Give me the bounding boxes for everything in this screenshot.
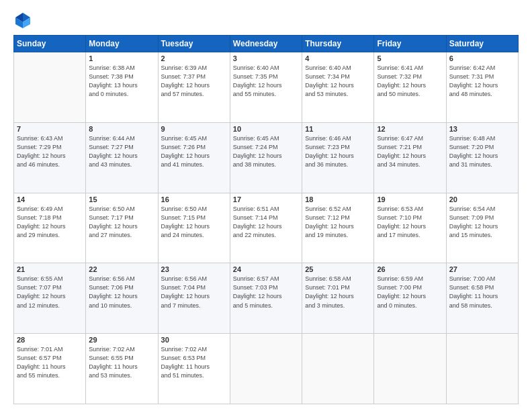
day-info: Sunrise: 6:47 AM Sunset: 7:21 PM Dayligh… [377,134,443,169]
day-info: Sunrise: 6:45 AM Sunset: 7:26 PM Dayligh… [161,134,227,169]
day-number: 15 [89,195,154,203]
day-number: 10 [233,125,299,133]
day-number: 3 [233,54,299,62]
weekday-header: Sunday [14,36,86,52]
day-number: 21 [17,265,83,273]
day-info: Sunrise: 6:43 AM Sunset: 7:29 PM Dayligh… [17,134,83,169]
day-info: Sunrise: 7:01 AM Sunset: 6:57 PM Dayligh… [17,345,83,380]
day-number: 27 [449,265,515,273]
calendar-cell: 14Sunrise: 6:49 AM Sunset: 7:18 PM Dayli… [14,193,86,263]
day-number: 9 [161,125,227,133]
header [13,11,519,30]
day-info: Sunrise: 6:40 AM Sunset: 7:35 PM Dayligh… [233,64,299,99]
calendar-cell: 15Sunrise: 6:50 AM Sunset: 7:17 PM Dayli… [86,193,158,263]
day-info: Sunrise: 7:02 AM Sunset: 6:55 PM Dayligh… [89,345,154,380]
calendar-week-row: 21Sunrise: 6:55 AM Sunset: 7:07 PM Dayli… [14,263,519,334]
day-info: Sunrise: 6:56 AM Sunset: 7:06 PM Dayligh… [89,275,154,310]
calendar-cell: 12Sunrise: 6:47 AM Sunset: 7:21 PM Dayli… [374,122,446,193]
calendar-cell: 26Sunrise: 6:59 AM Sunset: 7:00 PM Dayli… [374,263,446,334]
calendar-cell: 23Sunrise: 6:56 AM Sunset: 7:04 PM Dayli… [158,263,230,334]
calendar-week-row: 14Sunrise: 6:49 AM Sunset: 7:18 PM Dayli… [14,193,519,263]
calendar-cell: 5Sunrise: 6:41 AM Sunset: 7:32 PM Daylig… [374,52,446,123]
page: SundayMondayTuesdayWednesdayThursdayFrid… [0,0,532,411]
day-info: Sunrise: 6:53 AM Sunset: 7:10 PM Dayligh… [377,205,443,240]
weekday-header: Tuesday [158,36,230,52]
day-info: Sunrise: 6:42 AM Sunset: 7:31 PM Dayligh… [449,64,515,99]
day-number: 8 [89,125,154,133]
weekday-header: Monday [86,36,158,52]
calendar-cell: 29Sunrise: 7:02 AM Sunset: 6:55 PM Dayli… [86,334,158,404]
calendar-cell: 27Sunrise: 7:00 AM Sunset: 6:58 PM Dayli… [446,263,518,334]
day-info: Sunrise: 6:55 AM Sunset: 7:07 PM Dayligh… [17,275,83,310]
weekday-header: Thursday [302,36,374,52]
calendar-cell: 30Sunrise: 7:02 AM Sunset: 6:53 PM Dayli… [158,334,230,404]
calendar-cell: 2Sunrise: 6:39 AM Sunset: 7:37 PM Daylig… [158,52,230,123]
calendar-cell: 17Sunrise: 6:51 AM Sunset: 7:14 PM Dayli… [230,193,302,263]
day-number: 6 [449,54,515,62]
calendar-week-row: 7Sunrise: 6:43 AM Sunset: 7:29 PM Daylig… [14,122,519,193]
calendar: SundayMondayTuesdayWednesdayThursdayFrid… [13,35,519,404]
calendar-cell: 8Sunrise: 6:44 AM Sunset: 7:27 PM Daylig… [86,122,158,193]
day-number: 22 [89,265,154,273]
calendar-cell: 4Sunrise: 6:40 AM Sunset: 7:34 PM Daylig… [302,52,374,123]
day-info: Sunrise: 6:57 AM Sunset: 7:03 PM Dayligh… [233,275,299,310]
day-number: 24 [233,265,299,273]
calendar-cell: 10Sunrise: 6:45 AM Sunset: 7:24 PM Dayli… [230,122,302,193]
calendar-cell: 11Sunrise: 6:46 AM Sunset: 7:23 PM Dayli… [302,122,374,193]
day-number: 25 [305,265,371,273]
day-number: 7 [17,125,83,133]
weekday-header: Saturday [446,36,518,52]
weekday-header: Wednesday [230,36,302,52]
day-number: 26 [377,265,443,273]
header-row: SundayMondayTuesdayWednesdayThursdayFrid… [14,36,519,52]
day-number: 2 [161,54,227,62]
day-number: 11 [305,125,371,133]
calendar-cell [302,334,374,404]
day-number: 14 [17,195,83,203]
day-info: Sunrise: 6:44 AM Sunset: 7:27 PM Dayligh… [89,134,154,169]
day-number: 28 [17,336,83,344]
day-info: Sunrise: 6:38 AM Sunset: 7:38 PM Dayligh… [89,64,154,99]
day-number: 1 [89,54,154,62]
day-info: Sunrise: 6:49 AM Sunset: 7:18 PM Dayligh… [17,205,83,240]
calendar-cell: 24Sunrise: 6:57 AM Sunset: 7:03 PM Dayli… [230,263,302,334]
day-info: Sunrise: 6:52 AM Sunset: 7:12 PM Dayligh… [305,205,371,240]
logo-icon [13,11,32,30]
calendar-week-row: 28Sunrise: 7:01 AM Sunset: 6:57 PM Dayli… [14,334,519,404]
day-info: Sunrise: 6:50 AM Sunset: 7:15 PM Dayligh… [161,205,227,240]
calendar-cell: 1Sunrise: 6:38 AM Sunset: 7:38 PM Daylig… [86,52,158,123]
day-info: Sunrise: 6:48 AM Sunset: 7:20 PM Dayligh… [449,134,515,169]
logo [13,11,35,30]
day-number: 13 [449,125,515,133]
calendar-cell: 7Sunrise: 6:43 AM Sunset: 7:29 PM Daylig… [14,122,86,193]
day-number: 17 [233,195,299,203]
day-info: Sunrise: 6:56 AM Sunset: 7:04 PM Dayligh… [161,275,227,310]
day-info: Sunrise: 6:41 AM Sunset: 7:32 PM Dayligh… [377,64,443,99]
calendar-cell: 20Sunrise: 6:54 AM Sunset: 7:09 PM Dayli… [446,193,518,263]
day-info: Sunrise: 6:46 AM Sunset: 7:23 PM Dayligh… [305,134,371,169]
calendar-cell: 3Sunrise: 6:40 AM Sunset: 7:35 PM Daylig… [230,52,302,123]
calendar-cell: 13Sunrise: 6:48 AM Sunset: 7:20 PM Dayli… [446,122,518,193]
weekday-header: Friday [374,36,446,52]
calendar-cell: 21Sunrise: 6:55 AM Sunset: 7:07 PM Dayli… [14,263,86,334]
day-number: 23 [161,265,227,273]
day-info: Sunrise: 6:51 AM Sunset: 7:14 PM Dayligh… [233,205,299,240]
day-number: 18 [305,195,371,203]
day-info: Sunrise: 6:59 AM Sunset: 7:00 PM Dayligh… [377,275,443,310]
calendar-cell: 25Sunrise: 6:58 AM Sunset: 7:01 PM Dayli… [302,263,374,334]
day-info: Sunrise: 6:39 AM Sunset: 7:37 PM Dayligh… [161,64,227,99]
day-info: Sunrise: 7:02 AM Sunset: 6:53 PM Dayligh… [161,345,227,380]
day-info: Sunrise: 6:45 AM Sunset: 7:24 PM Dayligh… [233,134,299,169]
day-number: 4 [305,54,371,62]
calendar-cell: 16Sunrise: 6:50 AM Sunset: 7:15 PM Dayli… [158,193,230,263]
day-info: Sunrise: 7:00 AM Sunset: 6:58 PM Dayligh… [449,275,515,310]
day-info: Sunrise: 6:50 AM Sunset: 7:17 PM Dayligh… [89,205,154,240]
calendar-cell: 6Sunrise: 6:42 AM Sunset: 7:31 PM Daylig… [446,52,518,123]
calendar-cell [374,334,446,404]
day-info: Sunrise: 6:54 AM Sunset: 7:09 PM Dayligh… [449,205,515,240]
calendar-cell: 19Sunrise: 6:53 AM Sunset: 7:10 PM Dayli… [374,193,446,263]
calendar-cell: 9Sunrise: 6:45 AM Sunset: 7:26 PM Daylig… [158,122,230,193]
calendar-cell: 18Sunrise: 6:52 AM Sunset: 7:12 PM Dayli… [302,193,374,263]
day-number: 5 [377,54,443,62]
calendar-cell [230,334,302,404]
